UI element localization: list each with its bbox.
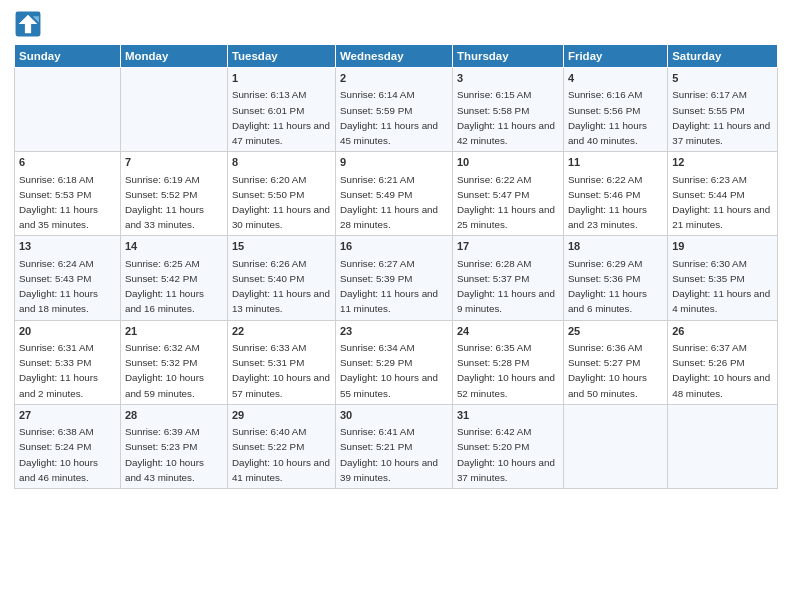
day-number: 17 (457, 239, 559, 254)
day-detail: Sunrise: 6:40 AMSunset: 5:22 PMDaylight:… (232, 426, 330, 483)
day-number: 7 (125, 155, 223, 170)
day-number: 25 (568, 324, 663, 339)
calendar-cell: 8Sunrise: 6:20 AMSunset: 5:50 PMDaylight… (227, 152, 335, 236)
day-number: 1 (232, 71, 331, 86)
day-detail: Sunrise: 6:16 AMSunset: 5:56 PMDaylight:… (568, 89, 647, 146)
calendar-cell: 28Sunrise: 6:39 AMSunset: 5:23 PMDayligh… (120, 404, 227, 488)
day-detail: Sunrise: 6:32 AMSunset: 5:32 PMDaylight:… (125, 342, 204, 399)
day-detail: Sunrise: 6:18 AMSunset: 5:53 PMDaylight:… (19, 174, 98, 231)
day-number: 24 (457, 324, 559, 339)
calendar-cell: 22Sunrise: 6:33 AMSunset: 5:31 PMDayligh… (227, 320, 335, 404)
day-detail: Sunrise: 6:19 AMSunset: 5:52 PMDaylight:… (125, 174, 204, 231)
calendar-cell: 12Sunrise: 6:23 AMSunset: 5:44 PMDayligh… (668, 152, 778, 236)
day-detail: Sunrise: 6:29 AMSunset: 5:36 PMDaylight:… (568, 258, 647, 315)
calendar-cell: 18Sunrise: 6:29 AMSunset: 5:36 PMDayligh… (563, 236, 667, 320)
day-number: 20 (19, 324, 116, 339)
calendar-table: SundayMondayTuesdayWednesdayThursdayFrid… (14, 44, 778, 489)
day-number: 14 (125, 239, 223, 254)
day-detail: Sunrise: 6:41 AMSunset: 5:21 PMDaylight:… (340, 426, 438, 483)
weekday-header-friday: Friday (563, 45, 667, 68)
day-detail: Sunrise: 6:17 AMSunset: 5:55 PMDaylight:… (672, 89, 770, 146)
day-detail: Sunrise: 6:27 AMSunset: 5:39 PMDaylight:… (340, 258, 438, 315)
logo-icon (14, 10, 42, 38)
calendar-cell: 14Sunrise: 6:25 AMSunset: 5:42 PMDayligh… (120, 236, 227, 320)
calendar-cell: 23Sunrise: 6:34 AMSunset: 5:29 PMDayligh… (335, 320, 452, 404)
calendar-cell: 11Sunrise: 6:22 AMSunset: 5:46 PMDayligh… (563, 152, 667, 236)
calendar-cell: 1Sunrise: 6:13 AMSunset: 6:01 PMDaylight… (227, 68, 335, 152)
page: SundayMondayTuesdayWednesdayThursdayFrid… (0, 0, 792, 612)
day-number: 11 (568, 155, 663, 170)
day-detail: Sunrise: 6:34 AMSunset: 5:29 PMDaylight:… (340, 342, 438, 399)
calendar-cell: 6Sunrise: 6:18 AMSunset: 5:53 PMDaylight… (15, 152, 121, 236)
day-detail: Sunrise: 6:33 AMSunset: 5:31 PMDaylight:… (232, 342, 330, 399)
day-number: 22 (232, 324, 331, 339)
day-number: 12 (672, 155, 773, 170)
calendar-cell: 20Sunrise: 6:31 AMSunset: 5:33 PMDayligh… (15, 320, 121, 404)
day-detail: Sunrise: 6:15 AMSunset: 5:58 PMDaylight:… (457, 89, 555, 146)
day-detail: Sunrise: 6:24 AMSunset: 5:43 PMDaylight:… (19, 258, 98, 315)
day-number: 16 (340, 239, 448, 254)
day-detail: Sunrise: 6:31 AMSunset: 5:33 PMDaylight:… (19, 342, 98, 399)
day-number: 23 (340, 324, 448, 339)
calendar-cell: 15Sunrise: 6:26 AMSunset: 5:40 PMDayligh… (227, 236, 335, 320)
day-detail: Sunrise: 6:42 AMSunset: 5:20 PMDaylight:… (457, 426, 555, 483)
calendar-cell: 21Sunrise: 6:32 AMSunset: 5:32 PMDayligh… (120, 320, 227, 404)
weekday-header-sunday: Sunday (15, 45, 121, 68)
week-row-4: 20Sunrise: 6:31 AMSunset: 5:33 PMDayligh… (15, 320, 778, 404)
calendar-cell: 25Sunrise: 6:36 AMSunset: 5:27 PMDayligh… (563, 320, 667, 404)
week-row-5: 27Sunrise: 6:38 AMSunset: 5:24 PMDayligh… (15, 404, 778, 488)
day-number: 29 (232, 408, 331, 423)
day-number: 26 (672, 324, 773, 339)
calendar-cell: 17Sunrise: 6:28 AMSunset: 5:37 PMDayligh… (452, 236, 563, 320)
day-number: 31 (457, 408, 559, 423)
day-number: 5 (672, 71, 773, 86)
day-detail: Sunrise: 6:30 AMSunset: 5:35 PMDaylight:… (672, 258, 770, 315)
calendar-cell: 26Sunrise: 6:37 AMSunset: 5:26 PMDayligh… (668, 320, 778, 404)
header (14, 10, 778, 38)
day-detail: Sunrise: 6:26 AMSunset: 5:40 PMDaylight:… (232, 258, 330, 315)
day-number: 28 (125, 408, 223, 423)
day-number: 15 (232, 239, 331, 254)
day-detail: Sunrise: 6:22 AMSunset: 5:47 PMDaylight:… (457, 174, 555, 231)
day-detail: Sunrise: 6:20 AMSunset: 5:50 PMDaylight:… (232, 174, 330, 231)
calendar-cell: 19Sunrise: 6:30 AMSunset: 5:35 PMDayligh… (668, 236, 778, 320)
day-number: 4 (568, 71, 663, 86)
weekday-header-saturday: Saturday (668, 45, 778, 68)
day-detail: Sunrise: 6:25 AMSunset: 5:42 PMDaylight:… (125, 258, 204, 315)
day-detail: Sunrise: 6:28 AMSunset: 5:37 PMDaylight:… (457, 258, 555, 315)
calendar-cell: 5Sunrise: 6:17 AMSunset: 5:55 PMDaylight… (668, 68, 778, 152)
calendar-cell: 13Sunrise: 6:24 AMSunset: 5:43 PMDayligh… (15, 236, 121, 320)
weekday-header-monday: Monday (120, 45, 227, 68)
day-number: 8 (232, 155, 331, 170)
day-detail: Sunrise: 6:14 AMSunset: 5:59 PMDaylight:… (340, 89, 438, 146)
weekday-row: SundayMondayTuesdayWednesdayThursdayFrid… (15, 45, 778, 68)
calendar-cell (120, 68, 227, 152)
day-number: 3 (457, 71, 559, 86)
calendar-cell (668, 404, 778, 488)
day-detail: Sunrise: 6:23 AMSunset: 5:44 PMDaylight:… (672, 174, 770, 231)
day-detail: Sunrise: 6:13 AMSunset: 6:01 PMDaylight:… (232, 89, 330, 146)
calendar-cell: 9Sunrise: 6:21 AMSunset: 5:49 PMDaylight… (335, 152, 452, 236)
week-row-2: 6Sunrise: 6:18 AMSunset: 5:53 PMDaylight… (15, 152, 778, 236)
weekday-header-wednesday: Wednesday (335, 45, 452, 68)
calendar-header: SundayMondayTuesdayWednesdayThursdayFrid… (15, 45, 778, 68)
day-number: 9 (340, 155, 448, 170)
day-number: 18 (568, 239, 663, 254)
calendar-cell: 24Sunrise: 6:35 AMSunset: 5:28 PMDayligh… (452, 320, 563, 404)
calendar-cell: 16Sunrise: 6:27 AMSunset: 5:39 PMDayligh… (335, 236, 452, 320)
day-number: 6 (19, 155, 116, 170)
day-detail: Sunrise: 6:21 AMSunset: 5:49 PMDaylight:… (340, 174, 438, 231)
calendar-cell: 3Sunrise: 6:15 AMSunset: 5:58 PMDaylight… (452, 68, 563, 152)
calendar-cell: 31Sunrise: 6:42 AMSunset: 5:20 PMDayligh… (452, 404, 563, 488)
calendar-cell (15, 68, 121, 152)
calendar-cell: 30Sunrise: 6:41 AMSunset: 5:21 PMDayligh… (335, 404, 452, 488)
day-number: 2 (340, 71, 448, 86)
calendar-cell: 27Sunrise: 6:38 AMSunset: 5:24 PMDayligh… (15, 404, 121, 488)
calendar-body: 1Sunrise: 6:13 AMSunset: 6:01 PMDaylight… (15, 68, 778, 489)
calendar-cell: 7Sunrise: 6:19 AMSunset: 5:52 PMDaylight… (120, 152, 227, 236)
weekday-header-tuesday: Tuesday (227, 45, 335, 68)
week-row-1: 1Sunrise: 6:13 AMSunset: 6:01 PMDaylight… (15, 68, 778, 152)
day-detail: Sunrise: 6:38 AMSunset: 5:24 PMDaylight:… (19, 426, 98, 483)
week-row-3: 13Sunrise: 6:24 AMSunset: 5:43 PMDayligh… (15, 236, 778, 320)
day-number: 13 (19, 239, 116, 254)
